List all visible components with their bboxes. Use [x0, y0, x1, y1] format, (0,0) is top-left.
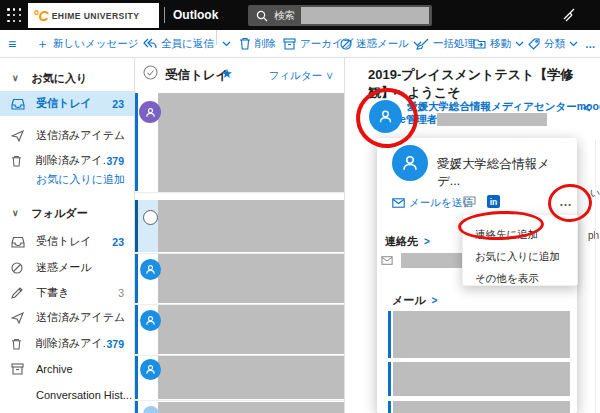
- filter-button[interactable]: フィルター ∨: [269, 69, 334, 83]
- contacts-section-label[interactable]: 連絡先>: [385, 234, 430, 249]
- sender-avatar-partial: [143, 406, 159, 413]
- star-icon[interactable]: ★: [221, 66, 233, 81]
- pencil-icon: [11, 287, 25, 299]
- sender-avatar-blue[interactable]: [140, 359, 161, 380]
- envelope-icon: [381, 256, 393, 265]
- linkedin-icon[interactable]: in: [487, 195, 500, 208]
- tag-icon: [528, 38, 540, 50]
- collapse-pane-button[interactable]: ≡: [8, 30, 16, 57]
- unread-indicator: [135, 200, 138, 252]
- hamburger-icon: ≡: [8, 36, 16, 52]
- sweep-button[interactable]: 一括処理: [416, 30, 475, 57]
- menu-item-add-favorite[interactable]: お気に入りに追加: [475, 250, 560, 264]
- favorites-header[interactable]: ∨ お気に入り: [0, 68, 134, 88]
- university-logo[interactable]: °C EHIME UNIVERSITY: [28, 3, 159, 28]
- unread-indicator: [135, 305, 138, 354]
- new-message-button[interactable]: ＋ 新しいメッセージ: [36, 30, 138, 57]
- redacted-message-row[interactable]: [158, 254, 344, 303]
- sidebar-item-junk[interactable]: 迷惑メール: [0, 255, 134, 280]
- sidebar-item-drafts[interactable]: 下書き 3: [0, 280, 134, 305]
- redacted-email-item[interactable]: [393, 362, 570, 396]
- redacted-message-row[interactable]: [158, 356, 344, 399]
- redacted-message-row[interactable]: [158, 93, 344, 192]
- redacted-message-row[interactable]: [158, 305, 344, 354]
- toolbar-divider: [216, 30, 217, 45]
- chevron-down-icon: ∨: [12, 208, 19, 218]
- message-checkbox[interactable]: [143, 210, 158, 225]
- contact-card-menu: 連絡先に追加 お気に入りに追加 その他を表示: [462, 214, 578, 286]
- sidebar-item-inbox[interactable]: 受信トレイ 23: [0, 229, 134, 254]
- card-contact-name: 愛媛大学総合情報メデ...: [437, 156, 569, 190]
- unread-indicator: [388, 311, 391, 358]
- delete-button[interactable]: 削除: [239, 30, 276, 57]
- row-separator: [135, 192, 344, 193]
- redacted-email-item[interactable]: [393, 311, 570, 358]
- app-launcher-icon[interactable]: [7, 8, 22, 23]
- message-sender-avatar[interactable]: [369, 100, 402, 133]
- email-subject: 2019-プレイスメントテスト【学修観】へようこそ: [368, 66, 593, 102]
- reply-all-button[interactable]: 全員に返信: [143, 30, 214, 57]
- broom-icon: [416, 38, 429, 50]
- app-title: Outlook: [173, 8, 218, 22]
- sender-avatar-blue[interactable]: [140, 310, 161, 331]
- select-all-icon[interactable]: [143, 65, 158, 80]
- chevron-right-icon: >: [424, 236, 430, 247]
- sidebar-item-sent[interactable]: 送信済みアイテム: [0, 305, 134, 330]
- sidebar-item-conversation-history[interactable]: Conversation Hist...: [0, 382, 134, 407]
- folders-header[interactable]: ∨ フォルダー: [0, 203, 134, 223]
- sender-avatar-purple[interactable]: [139, 101, 161, 123]
- inbox-icon: [11, 98, 25, 110]
- list-divider: [344, 57, 345, 413]
- brand-name: EHIME UNIVERSITY: [52, 11, 140, 21]
- chevron-right-icon: >: [432, 295, 438, 306]
- reply-icon-fragment[interactable]: [582, 104, 592, 114]
- folder-move-icon: [473, 38, 486, 49]
- envelope-icon: [392, 198, 405, 208]
- list-title: 受信トレイ: [165, 67, 228, 84]
- reply-dropdown-chevron[interactable]: [222, 30, 231, 57]
- announcement-icon[interactable]: [561, 7, 577, 23]
- unread-indicator: [135, 401, 138, 413]
- block-icon: [11, 262, 25, 274]
- send-mail-button[interactable]: メールを送信: [392, 196, 473, 210]
- menu-item-add-contact[interactable]: 連絡先に追加: [475, 228, 538, 242]
- sidebar-item-inbox-favorite[interactable]: 受信トレイ 23: [0, 91, 134, 116]
- block-icon: [340, 38, 352, 50]
- plus-icon: ＋: [36, 35, 49, 53]
- chevron-down-icon: ∨: [12, 73, 19, 83]
- redacted-message-row[interactable]: [158, 402, 344, 413]
- archive-icon: [283, 38, 296, 50]
- menu-item-show-more[interactable]: その他を表示: [475, 272, 539, 286]
- sidebar-item-deleted-favorite[interactable]: 削除済みアイ... 379: [0, 148, 134, 173]
- trash-icon: [11, 338, 25, 350]
- redacted-email-item[interactable]: [393, 401, 570, 413]
- add-to-favorites-link[interactable]: お気に入りに追加: [36, 172, 125, 187]
- unread-indicator: [388, 362, 391, 396]
- reading-pane-scroll-edge: [595, 140, 596, 413]
- sidebar-item-archive[interactable]: Archive: [0, 356, 134, 381]
- sender-name-line1[interactable]: 愛媛大学総合情報メディアセンターmoodl: [407, 100, 600, 114]
- redacted-search-text: [301, 7, 429, 24]
- junk-mail-button[interactable]: 迷惑メール: [340, 30, 422, 57]
- card-more-button[interactable]: …: [559, 194, 573, 209]
- chevron-down-icon[interactable]: [515, 41, 524, 47]
- move-button[interactable]: 移動: [473, 30, 524, 57]
- trash-icon: [11, 155, 25, 167]
- unread-indicator: [135, 93, 138, 191]
- sender-name-line2[interactable]: e管理者: [400, 113, 437, 127]
- redacted-message-row[interactable]: [158, 200, 344, 252]
- redacted-sender-address: [437, 113, 547, 126]
- send-icon: [11, 312, 25, 324]
- categorize-button[interactable]: 分類: [528, 30, 578, 57]
- more-commands-button[interactable]: …: [585, 30, 596, 57]
- unread-indicator: [135, 356, 138, 399]
- archive-icon: [11, 363, 25, 375]
- mail-section-label[interactable]: メール>: [392, 293, 437, 308]
- search-placeholder: 検索: [274, 9, 295, 23]
- sidebar-item-sent-favorite[interactable]: 送信済みアイテム: [0, 123, 134, 148]
- sidebar-item-deleted[interactable]: 削除済みアイ... 379: [0, 331, 134, 356]
- sender-avatar-blue[interactable]: [140, 259, 161, 280]
- inbox-icon: [11, 236, 25, 248]
- chevron-down-icon[interactable]: [569, 41, 578, 47]
- chat-icon[interactable]: [463, 196, 476, 208]
